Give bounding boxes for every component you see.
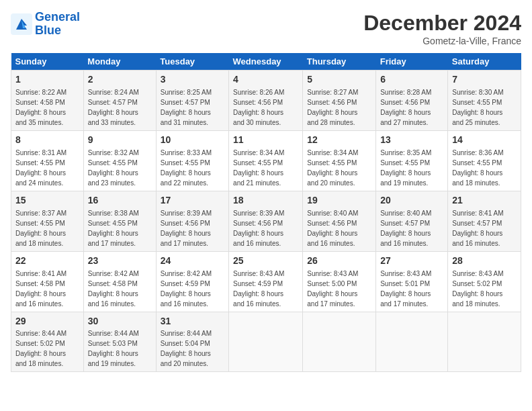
day-info: Sunrise: 8:38 AM Sunset: 4:55 PM Dayligh… [88, 210, 139, 247]
calendar-cell: 28Sunrise: 8:43 AM Sunset: 5:02 PM Dayli… [448, 251, 521, 312]
month-title: December 2024 [363, 11, 521, 36]
day-info: Sunrise: 8:44 AM Sunset: 5:03 PM Dayligh… [88, 330, 139, 367]
day-info: Sunrise: 8:43 AM Sunset: 5:01 PM Dayligh… [380, 270, 431, 308]
day-info: Sunrise: 8:31 AM Sunset: 4:55 PM Dayligh… [15, 149, 66, 187]
day-info: Sunrise: 8:43 AM Sunset: 5:02 PM Dayligh… [452, 270, 503, 308]
day-info: Sunrise: 8:28 AM Sunset: 4:56 PM Dayligh… [380, 89, 431, 126]
day-info: Sunrise: 8:41 AM Sunset: 4:58 PM Dayligh… [15, 270, 66, 308]
day-info: Sunrise: 8:34 AM Sunset: 4:55 PM Dayligh… [307, 149, 358, 187]
calendar-cell: 12Sunrise: 8:34 AM Sunset: 4:55 PM Dayli… [303, 130, 376, 191]
day-number: 27 [380, 255, 443, 267]
day-info: Sunrise: 8:44 AM Sunset: 5:02 PM Dayligh… [15, 330, 66, 367]
calendar-cell: 2Sunrise: 8:24 AM Sunset: 4:57 PM Daylig… [83, 71, 156, 131]
calendar-cell: 20Sunrise: 8:40 AM Sunset: 4:57 PM Dayli… [376, 191, 448, 251]
logo: General Blue [11, 11, 80, 38]
day-number: 7 [452, 73, 517, 86]
day-info: Sunrise: 8:42 AM Sunset: 4:59 PM Dayligh… [161, 270, 212, 308]
day-number: 29 [15, 315, 79, 328]
day-number: 6 [380, 73, 443, 86]
calendar-cell: 11Sunrise: 8:34 AM Sunset: 4:55 PM Dayli… [229, 130, 303, 191]
day-header-sunday: Sunday [11, 53, 84, 71]
week-row-3: 15Sunrise: 8:37 AM Sunset: 4:55 PM Dayli… [11, 191, 521, 251]
day-info: Sunrise: 8:22 AM Sunset: 4:58 PM Dayligh… [15, 89, 66, 126]
calendar-cell: 22Sunrise: 8:41 AM Sunset: 4:58 PM Dayli… [11, 251, 84, 312]
day-header-wednesday: Wednesday [229, 53, 303, 71]
day-number: 17 [161, 194, 224, 207]
day-number: 4 [233, 73, 298, 86]
day-info: Sunrise: 8:43 AM Sunset: 4:59 PM Dayligh… [233, 270, 284, 308]
day-number: 16 [88, 194, 152, 207]
day-number: 9 [88, 134, 152, 146]
calendar-cell: 3Sunrise: 8:25 AM Sunset: 4:57 PM Daylig… [156, 71, 228, 131]
day-number: 25 [233, 255, 298, 267]
day-number: 13 [380, 134, 443, 146]
day-info: Sunrise: 8:42 AM Sunset: 4:58 PM Dayligh… [88, 270, 139, 308]
week-row-4: 22Sunrise: 8:41 AM Sunset: 4:58 PM Dayli… [11, 251, 521, 312]
calendar-cell: 18Sunrise: 8:39 AM Sunset: 4:56 PM Dayli… [229, 191, 303, 251]
day-number: 8 [15, 134, 79, 146]
day-number: 19 [307, 194, 371, 207]
day-number: 30 [88, 315, 152, 328]
calendar-cell: 4Sunrise: 8:26 AM Sunset: 4:56 PM Daylig… [229, 71, 303, 131]
location: Gometz-la-Ville, France [363, 36, 521, 46]
day-info: Sunrise: 8:30 AM Sunset: 4:55 PM Dayligh… [452, 89, 503, 126]
calendar-cell: 6Sunrise: 8:28 AM Sunset: 4:56 PM Daylig… [376, 71, 448, 131]
calendar-cell: 10Sunrise: 8:33 AM Sunset: 4:55 PM Dayli… [156, 130, 228, 191]
day-number: 18 [233, 194, 298, 207]
calendar-table: SundayMondayTuesdayWednesdayThursdayFrid… [11, 53, 521, 372]
day-header-tuesday: Tuesday [156, 53, 228, 71]
calendar-cell: 13Sunrise: 8:35 AM Sunset: 4:55 PM Dayli… [376, 130, 448, 191]
calendar-cell: 29Sunrise: 8:44 AM Sunset: 5:02 PM Dayli… [11, 312, 84, 372]
calendar-cell: 15Sunrise: 8:37 AM Sunset: 4:55 PM Dayli… [11, 191, 84, 251]
title-area: December 2024 Gometz-la-Ville, France [363, 11, 521, 46]
calendar-cell: 19Sunrise: 8:40 AM Sunset: 4:56 PM Dayli… [303, 191, 376, 251]
day-info: Sunrise: 8:34 AM Sunset: 4:55 PM Dayligh… [233, 149, 284, 187]
calendar-cell [376, 312, 448, 372]
calendar-cell: 7Sunrise: 8:30 AM Sunset: 4:55 PM Daylig… [448, 71, 521, 131]
logo-icon [11, 13, 32, 35]
calendar-cell: 16Sunrise: 8:38 AM Sunset: 4:55 PM Dayli… [83, 191, 156, 251]
day-number: 26 [307, 255, 371, 267]
day-info: Sunrise: 8:33 AM Sunset: 4:55 PM Dayligh… [161, 149, 212, 187]
day-info: Sunrise: 8:44 AM Sunset: 5:04 PM Dayligh… [161, 330, 212, 367]
calendar-cell: 24Sunrise: 8:42 AM Sunset: 4:59 PM Dayli… [156, 251, 228, 312]
day-info: Sunrise: 8:37 AM Sunset: 4:55 PM Dayligh… [15, 210, 66, 247]
calendar-cell: 30Sunrise: 8:44 AM Sunset: 5:03 PM Dayli… [83, 312, 156, 372]
day-number: 15 [15, 194, 79, 207]
day-info: Sunrise: 8:32 AM Sunset: 4:55 PM Dayligh… [88, 149, 139, 187]
day-info: Sunrise: 8:36 AM Sunset: 4:55 PM Dayligh… [452, 149, 503, 187]
day-info: Sunrise: 8:40 AM Sunset: 4:56 PM Dayligh… [307, 210, 358, 247]
day-info: Sunrise: 8:40 AM Sunset: 4:57 PM Dayligh… [380, 210, 431, 247]
day-header-saturday: Saturday [448, 53, 521, 71]
calendar-cell: 8Sunrise: 8:31 AM Sunset: 4:55 PM Daylig… [11, 130, 84, 191]
week-row-2: 8Sunrise: 8:31 AM Sunset: 4:55 PM Daylig… [11, 130, 521, 191]
calendar-cell: 5Sunrise: 8:27 AM Sunset: 4:56 PM Daylig… [303, 71, 376, 131]
day-header-friday: Friday [376, 53, 448, 71]
day-number: 20 [380, 194, 443, 207]
day-number: 12 [307, 134, 371, 146]
day-number: 24 [161, 255, 224, 267]
day-info: Sunrise: 8:39 AM Sunset: 4:56 PM Dayligh… [161, 210, 212, 247]
calendar-cell [303, 312, 376, 372]
calendar-cell: 21Sunrise: 8:41 AM Sunset: 4:57 PM Dayli… [448, 191, 521, 251]
day-number: 14 [452, 134, 517, 146]
calendar-cell: 1Sunrise: 8:22 AM Sunset: 4:58 PM Daylig… [11, 71, 84, 131]
day-header-monday: Monday [83, 53, 156, 71]
day-number: 23 [88, 255, 152, 267]
calendar-cell: 27Sunrise: 8:43 AM Sunset: 5:01 PM Dayli… [376, 251, 448, 312]
calendar-cell: 31Sunrise: 8:44 AM Sunset: 5:04 PM Dayli… [156, 312, 228, 372]
main-container: General Blue December 2024 Gometz-la-Vil… [0, 0, 532, 377]
calendar-cell: 14Sunrise: 8:36 AM Sunset: 4:55 PM Dayli… [448, 130, 521, 191]
day-number: 3 [161, 73, 224, 86]
day-number: 21 [452, 194, 517, 207]
day-info: Sunrise: 8:26 AM Sunset: 4:56 PM Dayligh… [233, 89, 284, 126]
day-info: Sunrise: 8:35 AM Sunset: 4:55 PM Dayligh… [380, 149, 431, 187]
logo-line1: General [35, 10, 80, 24]
calendar-cell [448, 312, 521, 372]
logo-text: General Blue [35, 11, 80, 38]
day-info: Sunrise: 8:27 AM Sunset: 4:56 PM Dayligh… [307, 89, 358, 126]
calendar-cell: 26Sunrise: 8:43 AM Sunset: 5:00 PM Dayli… [303, 251, 376, 312]
day-number: 31 [161, 315, 224, 328]
calendar-cell: 9Sunrise: 8:32 AM Sunset: 4:55 PM Daylig… [83, 130, 156, 191]
day-info: Sunrise: 8:39 AM Sunset: 4:56 PM Dayligh… [233, 210, 284, 247]
